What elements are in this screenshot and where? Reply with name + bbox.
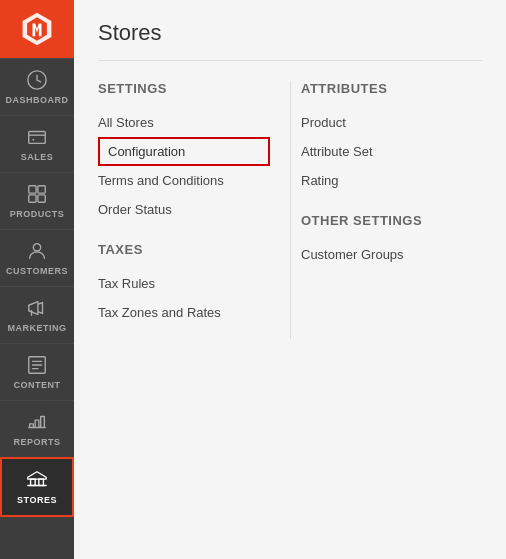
rating-link[interactable]: Rating (301, 166, 462, 195)
sidebar-item-products[interactable]: PRODUCTS (0, 172, 74, 229)
terms-conditions-link[interactable]: Terms and Conditions (98, 166, 270, 195)
svg-rect-9 (31, 479, 36, 485)
svg-rect-5 (29, 195, 36, 202)
svg-rect-10 (39, 479, 44, 485)
content-icon (26, 354, 48, 376)
sidebar-logo[interactable] (0, 0, 74, 58)
sidebar-item-customers[interactable]: CUSTOMERS (0, 229, 74, 286)
sidebar-item-label: CUSTOMERS (6, 266, 68, 276)
all-stores-link[interactable]: All Stores (98, 108, 270, 137)
svg-point-7 (33, 244, 40, 251)
content-grid: Settings All Stores Configuration Terms … (98, 81, 482, 339)
attributes-section-title: Attributes (301, 81, 462, 96)
sidebar: DASHBOARD SALES PRODUCTS CUSTOMERS (0, 0, 74, 559)
sidebar-item-reports[interactable]: REPORTS (0, 400, 74, 457)
svg-rect-1 (29, 132, 46, 144)
svg-rect-4 (38, 186, 45, 193)
sidebar-item-stores[interactable]: STORES (0, 457, 74, 517)
sidebar-item-dashboard[interactable]: DASHBOARD (0, 58, 74, 115)
sidebar-item-content[interactable]: CONTENT (0, 343, 74, 400)
sidebar-item-sales[interactable]: SALES (0, 115, 74, 172)
tax-zones-link[interactable]: Tax Zones and Rates (98, 298, 270, 327)
svg-rect-3 (29, 186, 36, 193)
sidebar-item-label: MARKETING (8, 323, 67, 333)
sidebar-item-label: DASHBOARD (6, 95, 69, 105)
products-icon (26, 183, 48, 205)
configuration-link[interactable]: Configuration (98, 137, 270, 166)
sidebar-item-label: REPORTS (13, 437, 60, 447)
customer-groups-link[interactable]: Customer Groups (301, 240, 462, 269)
dashboard-icon (26, 69, 48, 91)
page-title: Stores (98, 20, 482, 61)
taxes-section-title: Taxes (98, 242, 270, 257)
right-section: Attributes Product Attribute Set Rating … (290, 81, 482, 339)
settings-section: Settings All Stores Configuration Terms … (98, 81, 270, 224)
customers-icon (26, 240, 48, 262)
marketing-icon (26, 297, 48, 319)
main-content: Stores Settings All Stores Configuration… (74, 0, 506, 559)
sales-icon (26, 126, 48, 148)
sidebar-item-marketing[interactable]: MARKETING (0, 286, 74, 343)
other-settings-section: Other Settings Customer Groups (301, 213, 462, 269)
taxes-section: Taxes Tax Rules Tax Zones and Rates (98, 242, 270, 327)
tax-rules-link[interactable]: Tax Rules (98, 269, 270, 298)
other-settings-section-title: Other Settings (301, 213, 462, 228)
attributes-section: Attributes Product Attribute Set Rating (301, 81, 462, 195)
stores-icon (26, 469, 48, 491)
product-link[interactable]: Product (301, 108, 462, 137)
order-status-link[interactable]: Order Status (98, 195, 270, 224)
reports-icon (26, 411, 48, 433)
sidebar-item-label: PRODUCTS (10, 209, 65, 219)
svg-point-2 (32, 139, 34, 141)
left-section: Settings All Stores Configuration Terms … (98, 81, 290, 339)
sidebar-item-label: SALES (21, 152, 54, 162)
settings-section-title: Settings (98, 81, 270, 96)
svg-rect-6 (38, 195, 45, 202)
attribute-set-link[interactable]: Attribute Set (301, 137, 462, 166)
magento-logo-icon (19, 11, 55, 47)
sidebar-item-label: STORES (17, 495, 57, 505)
sidebar-item-label: CONTENT (14, 380, 61, 390)
